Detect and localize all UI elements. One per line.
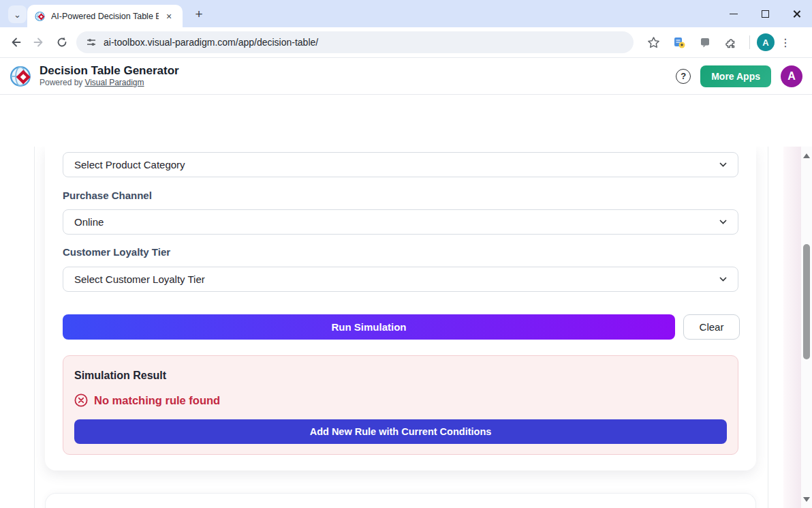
select-value: Online — [74, 216, 104, 228]
address-bar[interactable]: ai-toolbox.visual-paradigm.com/app/decis… — [76, 31, 634, 53]
maximize-icon — [762, 10, 769, 18]
question-mark-icon: ? — [681, 71, 686, 81]
maximize-button[interactable] — [749, 0, 781, 27]
container-left-border — [34, 147, 35, 508]
next-section-card — [45, 493, 756, 508]
powered-by-prefix: Powered by — [40, 78, 82, 87]
app-logo-icon — [10, 65, 33, 88]
loyalty-tier-select[interactable]: Select Customer Loyalty Tier — [63, 267, 738, 292]
browser-toolbar: ai-toolbox.visual-paradigm.com/app/decis… — [0, 27, 812, 58]
scrollbar-down-button[interactable] — [801, 490, 812, 508]
purchase-channel-label: Purchase Channel — [63, 190, 152, 201]
extension-reader-button[interactable] — [668, 31, 691, 54]
error-message: No matching rule found — [94, 394, 220, 407]
app-profile-avatar[interactable]: A — [781, 65, 802, 87]
app-title-block: Decision Table Generator Powered byVisua… — [40, 64, 179, 88]
wizard-stepper: ✓ ✓ 3 Domain Description Factors and Act… — [0, 95, 812, 147]
minimize-icon — [730, 14, 738, 14]
error-circle-x-icon — [74, 393, 88, 407]
triangle-down-icon — [803, 497, 810, 502]
clear-button[interactable]: Clear — [683, 314, 740, 340]
scrollbar-up-button[interactable] — [801, 147, 812, 164]
new-tab-button[interactable]: + — [191, 6, 207, 23]
forward-arrow-icon — [33, 36, 45, 48]
toolbar-right: A ⋮ — [642, 31, 794, 54]
header-actions: ? More Apps A — [676, 65, 802, 87]
loyalty-tier-label: Customer Loyalty Tier — [63, 246, 170, 258]
chevron-down-icon — [719, 162, 727, 167]
page-scrollbar[interactable] — [801, 147, 812, 508]
page-background-band — [783, 147, 801, 508]
visual-paradigm-link[interactable]: Visual Paradigm — [84, 78, 144, 87]
help-button[interactable]: ? — [676, 69, 691, 84]
product-category-select[interactable]: Select Product Category — [63, 152, 738, 177]
extension-chat-button[interactable] — [693, 31, 717, 54]
back-button[interactable] — [4, 31, 27, 54]
result-error-row: No matching rule found — [74, 393, 220, 407]
more-apps-button[interactable]: More Apps — [700, 65, 771, 87]
page-title: Decision Table Generator — [40, 64, 179, 78]
puzzle-icon — [725, 36, 738, 49]
reload-button[interactable] — [50, 31, 74, 54]
url-text: ai-toolbox.visual-paradigm.com/app/decis… — [104, 37, 318, 48]
active-tab[interactable]: AI-Powered Decision Table Buil × — [27, 5, 183, 27]
chevron-down-icon: ⌄ — [14, 10, 21, 20]
container-right-border — [768, 147, 768, 508]
minimize-button[interactable] — [718, 0, 749, 27]
back-arrow-icon — [10, 36, 22, 48]
simulation-result-panel: Simulation Result No matching rule found… — [63, 355, 738, 455]
close-icon — [792, 10, 801, 18]
forward-button[interactable] — [27, 31, 50, 54]
browser-profile-avatar[interactable]: A — [757, 33, 775, 51]
chevron-down-icon — [719, 220, 727, 224]
main-content: Select Product Category Purchase Channel… — [0, 147, 812, 508]
app-header: Decision Table Generator Powered byVisua… — [0, 58, 812, 95]
select-value: Select Product Category — [74, 159, 185, 170]
star-icon — [647, 36, 660, 49]
result-title: Simulation Result — [74, 370, 166, 382]
window-controls — [718, 0, 812, 27]
simulation-card: Select Product Category Purchase Channel… — [45, 147, 756, 470]
doc-badge-icon — [673, 36, 686, 49]
purchase-channel-select[interactable]: Online — [63, 209, 738, 235]
extensions-button[interactable] — [719, 31, 743, 54]
powered-by: Powered byVisual Paradigm — [40, 78, 179, 88]
site-settings-icon — [86, 37, 97, 48]
toolbar-divider — [749, 35, 750, 49]
chevron-down-icon — [719, 277, 727, 282]
site-favicon-icon — [35, 11, 46, 22]
tab-title: AI-Powered Decision Table Buil — [51, 12, 159, 21]
add-rule-button[interactable]: Add New Rule with Current Conditions — [74, 419, 727, 444]
tab-search-button[interactable]: ⌄ — [8, 5, 27, 23]
bookmark-button[interactable] — [642, 31, 665, 54]
close-window-button[interactable] — [781, 0, 812, 27]
scrollbar-thumb[interactable] — [803, 244, 810, 359]
tab-strip: ⌄ AI-Powered Decision Table Buil × + — [0, 0, 812, 27]
run-simulation-button[interactable]: Run Simulation — [63, 314, 675, 340]
browser-menu-button[interactable]: ⋮ — [777, 36, 794, 49]
tab-close-icon[interactable]: × — [163, 10, 175, 23]
reload-icon — [56, 36, 68, 48]
select-value: Select Customer Loyalty Tier — [74, 273, 205, 285]
triangle-up-icon — [803, 153, 810, 158]
speech-bubble-icon — [699, 36, 711, 48]
